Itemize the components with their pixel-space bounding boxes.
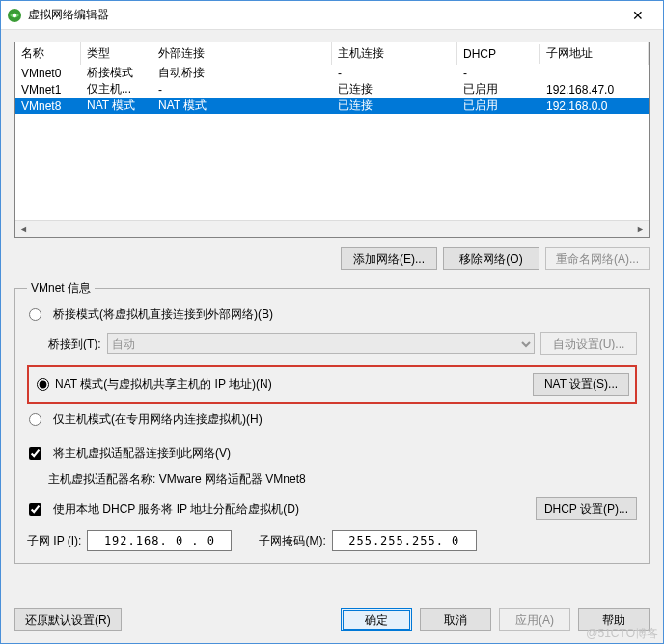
table-actions: 添加网络(E)... 移除网络(O) 重命名网络(A)...	[14, 247, 650, 270]
table-cell: 192.168.47.0	[540, 83, 649, 97]
table-cell: NAT 模式	[81, 98, 152, 114]
window-body: 名称 类型 外部连接 主机连接 DHCP 子网地址 VMnet0桥接模式自动桥接…	[1, 30, 663, 599]
subnet-row: 子网 IP (I): 192.168. 0 . 0 子网掩码(M): 255.2…	[27, 530, 637, 551]
titlebar: 虚拟网络编辑器 ✕	[1, 1, 663, 30]
table-cell: 桥接模式	[81, 65, 152, 81]
subnet-mask-input[interactable]: 255.255.255. 0	[332, 530, 477, 551]
table-cell: NAT 模式	[152, 98, 332, 114]
close-button[interactable]: ✕	[619, 2, 657, 29]
radio-nat-label: NAT 模式(与虚拟机共享主机的 IP 地址)(N)	[55, 377, 272, 393]
table-cell: VMnet1	[15, 83, 81, 97]
table-cell: -	[332, 67, 457, 80]
help-button[interactable]: 帮助	[578, 608, 650, 631]
dialog-footer: 还原默认设置(R) 确定 取消 应用(A) 帮助	[1, 599, 663, 643]
ok-button[interactable]: 确定	[341, 608, 412, 631]
radio-host-only-label: 仅主机模式(在专用网络内连接虚拟机)(H)	[53, 411, 263, 428]
restore-defaults-button[interactable]: 还原默认设置(R)	[14, 608, 122, 631]
table-cell: 自动桥接	[152, 65, 332, 81]
rename-network-button: 重命名网络(A)...	[545, 247, 650, 270]
col-name[interactable]: 名称	[15, 42, 81, 65]
bridge-to-label: 桥接到(T):	[48, 336, 101, 352]
scroll-right-icon[interactable]: ►	[632, 221, 649, 237]
scroll-left-icon[interactable]: ◄	[15, 221, 32, 237]
table-cell: VMnet8	[15, 99, 81, 113]
radio-bridged[interactable]	[29, 308, 42, 321]
radio-nat[interactable]	[37, 378, 49, 391]
table-row[interactable]: VMnet0桥接模式自动桥接--	[15, 65, 649, 81]
table-cell: -	[457, 67, 540, 80]
scroll-track[interactable]	[32, 221, 632, 237]
table-row[interactable]: VMnet1仅主机...-已连接已启用192.168.47.0	[15, 81, 649, 98]
table-cell: -	[152, 83, 332, 97]
subnet-ip-label: 子网 IP (I):	[27, 533, 81, 549]
dhcp-row: 使用本地 DHCP 服务将 IP 地址分配给虚拟机(D) DHCP 设置(P).…	[27, 497, 637, 520]
auto-settings-button: 自动设置(U)...	[540, 332, 637, 355]
nat-settings-button[interactable]: NAT 设置(S)...	[533, 373, 629, 396]
close-icon: ✕	[632, 8, 644, 23]
table-cell: 192.168.0.0	[540, 99, 649, 113]
subnet-mask-label: 子网掩码(M):	[259, 533, 325, 549]
col-type[interactable]: 类型	[81, 42, 152, 65]
bridge-to-row: 桥接到(T): 自动 自动设置(U)...	[48, 332, 637, 355]
table-cell: 已连接	[332, 98, 457, 114]
add-network-button[interactable]: 添加网络(E)...	[341, 247, 437, 270]
table-row[interactable]: VMnet8NAT 模式NAT 模式已连接已启用192.168.0.0	[15, 98, 649, 114]
svg-point-1	[13, 13, 16, 16]
col-host-conn[interactable]: 主机连接	[332, 42, 457, 65]
vmnet-info-legend: VMnet 信息	[27, 280, 95, 296]
radio-bridged-label: 桥接模式(将虚拟机直接连接到外部网络)(B)	[53, 306, 273, 322]
subnet-ip-input[interactable]: 192.168. 0 . 0	[87, 530, 232, 551]
nat-mode-highlight: NAT 模式(与虚拟机共享主机的 IP 地址)(N) NAT 设置(S)...	[27, 365, 637, 404]
table-cell: 已启用	[457, 98, 540, 114]
network-table: 名称 类型 外部连接 主机连接 DHCP 子网地址 VMnet0桥接模式自动桥接…	[14, 42, 650, 238]
host-adapter-name-row: 主机虚拟适配器名称: VMware 网络适配器 VMnet8	[48, 471, 637, 488]
table-cell: 已连接	[332, 81, 457, 98]
table-cell: VMnet0	[15, 67, 81, 80]
checkbox-connect-host-label: 将主机虚拟适配器连接到此网络(V)	[53, 445, 231, 462]
horizontal-scrollbar[interactable]: ◄ ►	[15, 220, 649, 237]
mode-bridge-row: 桥接模式(将虚拟机直接连接到外部网络)(B)	[27, 306, 637, 322]
mode-hostonly-row: 仅主机模式(在专用网络内连接虚拟机)(H)	[27, 411, 637, 428]
apply-button: 应用(A)	[499, 608, 570, 631]
table-header: 名称 类型 外部连接 主机连接 DHCP 子网地址	[15, 42, 649, 65]
dhcp-settings-button[interactable]: DHCP 设置(P)...	[536, 497, 637, 520]
checkbox-dhcp-label: 使用本地 DHCP 服务将 IP 地址分配给虚拟机(D)	[53, 501, 299, 518]
table-cell: 已启用	[457, 81, 540, 98]
window-title: 虚拟网络编辑器	[28, 7, 619, 23]
bridge-to-select: 自动	[107, 333, 535, 354]
app-icon	[7, 8, 22, 23]
network-table-view[interactable]: 名称 类型 外部连接 主机连接 DHCP 子网地址 VMnet0桥接模式自动桥接…	[15, 42, 649, 220]
radio-host-only[interactable]	[29, 413, 42, 426]
host-adapter-name: 主机虚拟适配器名称: VMware 网络适配器 VMnet8	[48, 471, 306, 488]
remove-network-button[interactable]: 移除网络(O)	[443, 247, 540, 270]
col-subnet[interactable]: 子网地址	[540, 42, 649, 65]
cancel-button[interactable]: 取消	[420, 608, 491, 631]
connect-host-row: 将主机虚拟适配器连接到此网络(V)	[27, 445, 637, 462]
table-cell: 仅主机...	[81, 81, 152, 98]
col-external[interactable]: 外部连接	[152, 42, 332, 65]
window-root: 虚拟网络编辑器 ✕ 名称 类型 外部连接 主机连接 DHCP 子网地址 VMne…	[0, 0, 664, 644]
col-dhcp[interactable]: DHCP	[457, 44, 540, 64]
checkbox-dhcp[interactable]	[29, 503, 42, 516]
vmnet-info-group: VMnet 信息 桥接模式(将虚拟机直接连接到外部网络)(B) 桥接到(T): …	[14, 280, 650, 564]
checkbox-connect-host[interactable]	[29, 447, 42, 460]
